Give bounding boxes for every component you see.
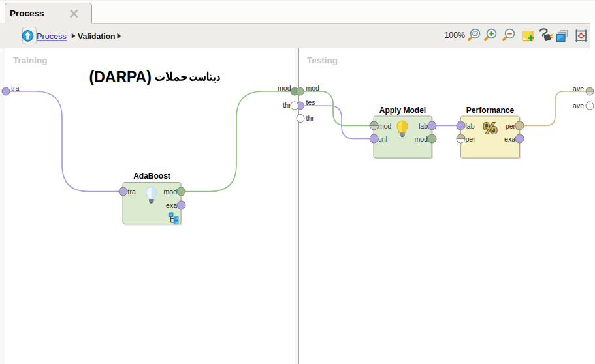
svg-text:per: per [506,122,516,130]
svg-text:unl: unl [378,135,387,143]
svg-text:mod: mod [378,122,392,130]
svg-text:ave: ave [573,85,584,93]
svg-text:thr: thr [306,114,315,122]
svg-text:Process: Process [37,32,67,41]
svg-text:Performance: Performance [466,106,515,115]
svg-text:ave: ave [573,102,584,110]
svg-text:mod: mod [306,84,320,92]
svg-text:100%: 100% [445,31,466,40]
svg-text:%: % [483,119,497,137]
svg-text:mod: mod [415,135,428,143]
svg-text:Process: Process [10,8,44,18]
svg-text:tes: tes [306,99,315,106]
svg-text:Training: Training [13,55,48,65]
svg-text:AdaBoost: AdaBoost [133,172,170,181]
svg-text:Validation: Validation [78,32,116,41]
svg-text:lab: lab [419,122,428,130]
svg-text:mod: mod [278,84,291,92]
svg-text:Apply Model: Apply Model [379,106,426,115]
svg-text:exa: exa [504,135,515,143]
svg-text:tra: tra [11,84,19,92]
svg-text:per: per [466,135,476,143]
svg-text:lab: lab [466,122,475,130]
svg-text:Testing: Testing [307,55,338,65]
svg-text:exa: exa [166,202,177,209]
svg-text:(DARPA): (DARPA) [89,68,152,85]
svg-text:mod: mod [164,188,178,196]
svg-text:thr: thr [283,101,291,109]
svg-text:tra: tra [128,188,136,196]
